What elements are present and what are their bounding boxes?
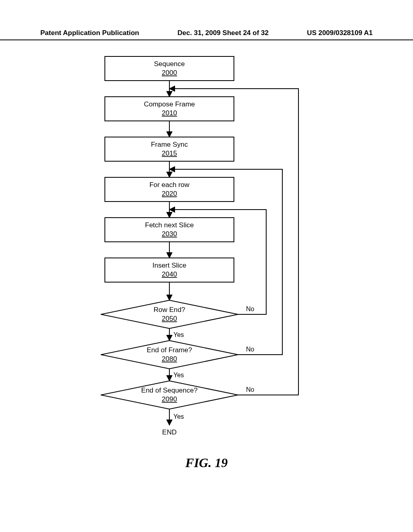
decision-row-end-label: Row End? <box>154 306 185 314</box>
label-no-3: No <box>246 386 254 393</box>
decision-row-end <box>101 300 238 328</box>
decision-row-end-num: 2050 <box>162 315 177 322</box>
box-compose-frame-label: Compose Frame <box>144 100 195 108</box>
label-yes-2: Yes <box>173 372 184 378</box>
label-yes-3: Yes <box>173 413 184 420</box>
box-frame-sync-num: 2015 <box>162 150 177 157</box>
decision-end-of-frame-label: End of Frame? <box>147 346 192 354</box>
label-no-2: No <box>246 346 254 353</box>
header-left: Patent Application Publication <box>40 29 139 37</box>
box-insert-slice-label: Insert Slice <box>152 262 186 269</box>
figure-label: FIG. 19 <box>0 455 413 470</box>
box-fetch-next-slice-num: 2030 <box>162 230 177 238</box>
label-yes-1: Yes <box>173 331 184 338</box>
decision-end-of-frame <box>101 341 238 369</box>
box-for-each-row-label: For each row <box>149 181 190 189</box>
decision-end-of-sequence-num: 2090 <box>162 395 177 403</box>
page-header: Patent Application Publication Dec. 31, … <box>0 29 413 40</box>
box-compose-frame-num: 2010 <box>162 109 177 117</box>
decision-end-of-sequence-label: End of Sequence? <box>141 387 198 394</box>
box-sequence-num: 2000 <box>162 69 177 77</box>
box-for-each-row-num: 2020 <box>162 190 177 197</box>
decision-end-of-sequence <box>101 381 238 409</box>
decision-end-of-frame-num: 2080 <box>162 355 177 363</box>
header-right: US 2009/0328109 A1 <box>307 29 373 37</box>
box-frame-sync-label: Frame Sync <box>151 141 188 148</box>
box-fetch-next-slice-label: Fetch next Slice <box>145 221 194 229</box>
end-label: END <box>162 428 177 436</box>
label-no-1: No <box>246 305 254 312</box>
box-sequence-label: Sequence <box>154 60 185 68</box>
header-mid: Dec. 31, 2009 Sheet 24 of 32 <box>139 29 307 37</box>
box-insert-slice-num: 2040 <box>162 270 177 278</box>
flowchart: Sequence 2000 Compose Frame 2010 Frame S… <box>0 48 413 476</box>
